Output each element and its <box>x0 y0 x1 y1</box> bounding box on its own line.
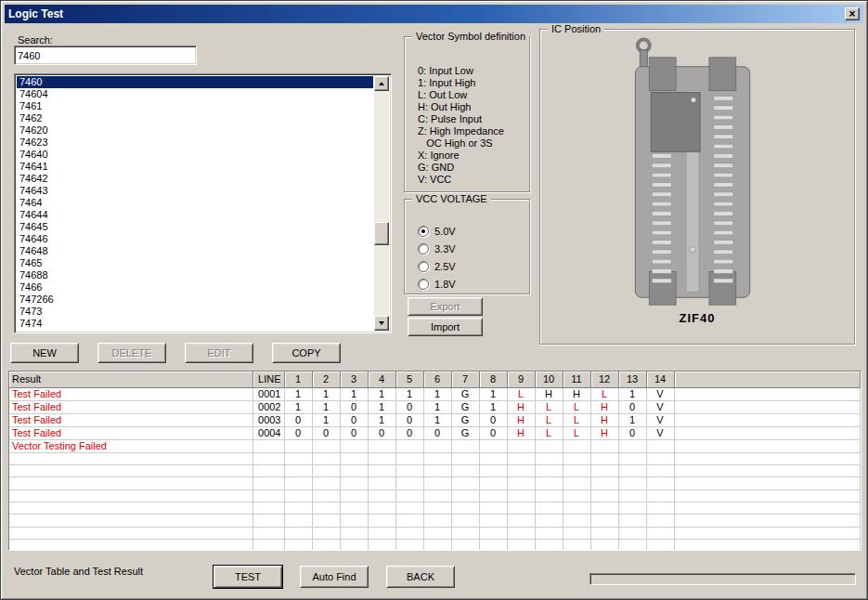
copy-button[interactable]: COPY <box>272 343 341 363</box>
vcc-option-2.5V[interactable]: 2.5V <box>418 257 529 275</box>
list-item-7475[interactable]: 7475 <box>17 330 373 331</box>
scroll-up-button[interactable] <box>374 76 389 91</box>
titlebar[interactable]: Logic Test × <box>5 5 863 23</box>
result-cell: Test Failed <box>9 426 253 439</box>
pin-cell <box>312 527 340 539</box>
export-button[interactable]: Export <box>408 297 483 316</box>
pin-cell <box>423 502 451 515</box>
filler-cell <box>674 489 861 502</box>
list-item-7461[interactable]: 7461 <box>17 100 373 112</box>
parts-listbox[interactable]: 7460746047461746274620746237464074641746… <box>14 73 392 333</box>
list-item-7473[interactable]: 7473 <box>17 306 373 318</box>
pin-cell <box>284 452 312 464</box>
pin-cell: 0 <box>312 426 340 439</box>
radio-icon-2.5V[interactable] <box>418 261 429 272</box>
symbol-line: H: Out High <box>418 101 529 113</box>
list-item-74644[interactable]: 74644 <box>17 209 373 221</box>
list-item-74646[interactable]: 74646 <box>17 233 373 245</box>
column-header-10: 10 <box>535 372 563 387</box>
pin-cell: V <box>646 400 674 413</box>
radio-icon-5.0V[interactable] <box>418 226 429 237</box>
result-cell: Test Failed <box>9 387 253 400</box>
pin-cell <box>284 477 312 489</box>
list-item-74643[interactable]: 74643 <box>17 185 373 197</box>
list-item-74620[interactable]: 74620 <box>17 124 373 137</box>
new-button[interactable]: NEW <box>10 343 79 363</box>
scrollbar-thumb[interactable] <box>374 222 389 245</box>
pin-cell <box>590 502 618 515</box>
pin-cell: G <box>451 400 479 413</box>
list-item-74640[interactable]: 74640 <box>17 149 373 161</box>
column-header-5: 5 <box>395 372 423 387</box>
pin-cell <box>590 489 618 502</box>
pin-cell <box>563 452 590 464</box>
filler-cell <box>674 413 861 426</box>
line-cell <box>253 489 284 502</box>
pin-cell: 1 <box>618 413 646 426</box>
list-item-74623[interactable]: 74623 <box>17 137 373 149</box>
list-item-7460[interactable]: 7460 <box>17 76 373 88</box>
line-cell <box>253 515 284 527</box>
list-item-7464[interactable]: 7464 <box>17 197 373 209</box>
radio-icon-3.3V[interactable] <box>418 243 429 254</box>
list-button-row: NEWDELETEEDITCOPY <box>10 343 341 363</box>
list-item-74645[interactable]: 74645 <box>17 221 373 233</box>
column-header-4: 4 <box>368 372 395 387</box>
vector-symbol-groupbox: Vector Symbol definition 0: Input Low1: … <box>404 36 530 192</box>
pin-cell <box>451 540 479 551</box>
list-item-7462[interactable]: 7462 <box>17 112 373 124</box>
vcc-option-3.3V[interactable]: 3.3V <box>418 240 529 257</box>
pin-cell: 0 <box>479 426 507 439</box>
vcc-option-5.0V[interactable]: 5.0V <box>418 222 529 240</box>
result-row: Test Failed0001111111G1LHHL1V <box>9 387 861 400</box>
list-item-74604[interactable]: 74604 <box>17 88 373 100</box>
close-button[interactable]: × <box>845 7 860 20</box>
pin-cell <box>451 439 479 452</box>
column-header-11: 11 <box>563 372 590 387</box>
column-header-14: 14 <box>646 372 674 387</box>
empty-row <box>9 527 861 539</box>
vcc-option-label: 1.8V <box>434 279 456 290</box>
pin-cell <box>479 464 507 476</box>
symbol-line: Z: High Impedance <box>418 125 529 137</box>
import-button[interactable]: Import <box>408 318 483 336</box>
result-cell: Vector Testing Failed <box>9 439 253 452</box>
pin-cell <box>535 502 563 515</box>
radio-icon-1.8V[interactable] <box>418 279 429 290</box>
test-button[interactable]: TEST <box>214 566 282 588</box>
pin-cell <box>507 527 535 539</box>
search-input[interactable] <box>14 46 197 65</box>
pin-cell: V <box>646 413 674 426</box>
list-item-747266[interactable]: 747266 <box>17 293 373 306</box>
pin-cell <box>368 515 395 527</box>
pin-cell <box>451 477 479 489</box>
pin-cell: 1 <box>368 413 395 426</box>
pin-cell <box>563 489 590 502</box>
list-item-74642[interactable]: 74642 <box>17 173 373 185</box>
delete-button[interactable]: DELETE <box>97 343 166 363</box>
line-cell <box>253 527 284 539</box>
pin-cell <box>312 464 340 476</box>
vcc-option-1.8V[interactable]: 1.8V <box>418 275 529 293</box>
edit-button[interactable]: EDIT <box>185 343 253 363</box>
pin-cell <box>479 439 507 452</box>
pin-cell <box>535 540 563 551</box>
list-item-7465[interactable]: 7465 <box>17 257 373 269</box>
scrollbar-track[interactable] <box>374 91 389 316</box>
list-scrollbar[interactable] <box>374 76 389 331</box>
pin-cell: 1 <box>312 387 340 400</box>
back-button[interactable]: BACK <box>386 566 455 588</box>
column-header-6: 6 <box>423 372 451 387</box>
pin-cell <box>423 464 451 476</box>
pin-cell: 1 <box>618 387 646 400</box>
list-item-7474[interactable]: 7474 <box>17 318 373 330</box>
scroll-down-button[interactable] <box>374 316 389 331</box>
list-item-74641[interactable]: 74641 <box>17 161 373 173</box>
pin-cell: G <box>451 387 479 400</box>
auto-find-button[interactable]: Auto Find <box>300 566 369 588</box>
list-item-74688[interactable]: 74688 <box>17 269 373 281</box>
list-item-7466[interactable]: 7466 <box>17 281 373 293</box>
filler-cell <box>674 502 861 515</box>
pin-cell <box>368 527 395 539</box>
list-item-74648[interactable]: 74648 <box>17 245 373 257</box>
